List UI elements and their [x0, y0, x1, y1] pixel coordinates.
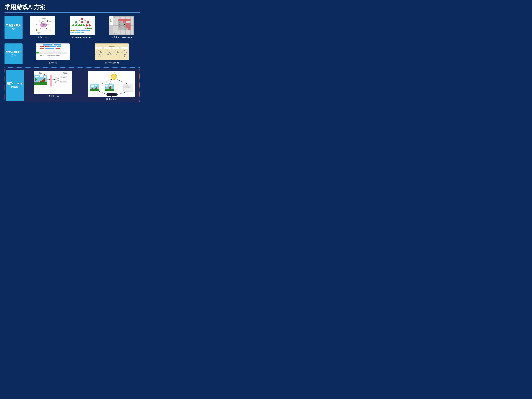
row-learning: 基于Learning 的方法 input image possible acti… [5, 69, 140, 102]
svg-rect-122 [113, 21, 116, 23]
svg-text:1: 1 [119, 17, 120, 18]
fsm-card: healthpoints are low find aid evade ⚡ [25, 16, 61, 39]
svg-text:aid: aid [36, 25, 37, 25]
svg-rect-162 [116, 28, 118, 30]
svg-point-32 [81, 18, 83, 20]
svg-rect-421 [111, 96, 112, 97]
svg-rect-190 [128, 32, 131, 35]
svg-rect-187 [120, 32, 123, 35]
svg-text:input: input [39, 72, 42, 73]
svg-point-46 [83, 24, 85, 26]
svg-text:Tactic for State 3: Tactic for State 3 [55, 51, 61, 51]
svg-text:E: E [55, 52, 55, 53]
svg-text:Enemy 2: Enemy 2 [111, 19, 113, 19]
svg-text:State number x: State number x [45, 46, 49, 47]
svg-text:1: 1 [132, 19, 132, 20]
svg-text:4: 4 [129, 26, 130, 27]
svg-rect-149 [116, 25, 118, 28]
svg-text:1: 1 [117, 17, 117, 18]
svg-point-54 [87, 28, 89, 29]
svg-point-394 [91, 85, 94, 87]
sl-image: input image possible actions [34, 71, 72, 94]
row2-content: Chromosome Start State 1 State 2 ... Sta… [25, 44, 140, 64]
sl-svg: input image possible actions [34, 71, 72, 94]
svg-point-306 [105, 52, 106, 53]
svg-point-289 [96, 52, 97, 53]
svg-text:Gene x.n: Gene x.n [58, 46, 60, 47]
svg-rect-400 [92, 88, 93, 88]
svg-text:4: 4 [127, 26, 127, 27]
svg-point-383 [114, 76, 115, 76]
svg-point-50 [89, 24, 91, 26]
svg-rect-180 [128, 30, 131, 32]
svg-point-322 [118, 56, 119, 56]
svg-rect-406 [110, 86, 111, 89]
svg-rect-347 [44, 78, 45, 82]
ga-image: Chromosome Start State 1 State 2 ... Sta… [36, 44, 70, 60]
svg-text:1: 1 [129, 17, 130, 18]
svg-text:near: near [43, 25, 44, 26]
bt-label: 行为树(Behavior Tree) [72, 36, 92, 39]
svg-text:Parameter n: Parameter n [56, 49, 59, 49]
svg-text:State marker: State marker [40, 46, 44, 47]
row3-label: 基于Learning 的方法 [6, 70, 24, 101]
svg-text:15: 15 [59, 52, 60, 53]
svg-rect-80 [110, 18, 111, 18]
divider2 [5, 67, 140, 68]
svg-point-325 [124, 50, 125, 51]
svg-text:1: 1 [117, 33, 117, 34]
svg-point-363 [57, 80, 58, 82]
svg-text:Start: Start [37, 52, 38, 53]
svg-text:4: 4 [122, 19, 122, 20]
svg-rect-147 [131, 23, 133, 25]
svg-text:Parameter 2: Parameter 2 [50, 49, 53, 49]
svg-text:3: 3 [122, 22, 122, 23]
svg-text:Condition: Condition [111, 19, 113, 20]
page: 常用游戏AI方案 工业界常用方法 healthpoints are low [0, 0, 144, 108]
svg-text:End: End [59, 44, 60, 45]
svg-text:Sit down: Sit down [75, 32, 77, 33]
svg-rect-344 [40, 81, 42, 82]
svg-text:run?: run? [63, 77, 65, 78]
svg-text:safe: safe [48, 25, 50, 25]
svg-text:1: 1 [124, 17, 125, 18]
bt-svg: Enemy level Attack Move to enemy Run a f… [70, 16, 95, 35]
svg-text:attacking back: attacking back [48, 27, 53, 28]
svg-rect-186 [118, 32, 120, 35]
svg-text:3: 3 [122, 24, 122, 25]
svg-text:jump?: jump? [63, 81, 65, 82]
svg-point-45 [80, 24, 82, 26]
svg-rect-84 [110, 19, 111, 20]
svg-text:Tactic for State 1: Tactic for State 1 [42, 51, 48, 51]
svg-text:Gene x.2: Gene x.2 [53, 46, 56, 47]
svg-text:Location: Location [111, 20, 113, 21]
svg-point-34 [81, 21, 83, 23]
im-label: 势力图(Influence Map) [112, 36, 132, 39]
svg-rect-405 [109, 87, 110, 89]
svg-text:Start: Start [43, 44, 45, 45]
svg-text:3: 3 [122, 26, 122, 27]
svg-rect-174 [113, 30, 116, 32]
svg-point-329 [126, 52, 127, 53]
svg-text:Expansion: Expansion [106, 48, 109, 48]
svg-text:defend: defend [45, 52, 47, 53]
svg-text:player is: player is [48, 24, 50, 25]
svg-text:←: ← [125, 87, 126, 88]
svg-rect-173 [131, 28, 133, 30]
svg-text:4: 4 [129, 19, 130, 20]
svg-point-303 [107, 50, 108, 51]
svg-text:4: 4 [127, 19, 127, 20]
svg-rect-398 [91, 89, 92, 89]
svg-point-35 [87, 21, 89, 23]
svg-text:1: 1 [132, 17, 132, 18]
svg-text:find aid: find aid [41, 21, 44, 22]
svg-text:S: S [116, 73, 117, 73]
svg-point-333 [124, 56, 125, 57]
svg-point-360 [55, 79, 56, 80]
svg-point-311 [110, 54, 111, 55]
svg-point-39 [72, 24, 74, 26]
fsm-svg: healthpoints are low find aid evade ⚡ [31, 16, 54, 35]
svg-text:3: 3 [124, 28, 125, 30]
svg-rect-408 [105, 87, 106, 87]
svg-rect-160 [131, 25, 133, 28]
